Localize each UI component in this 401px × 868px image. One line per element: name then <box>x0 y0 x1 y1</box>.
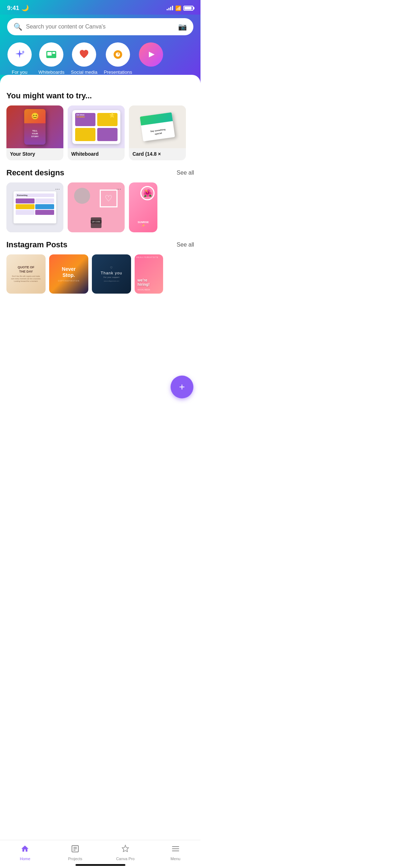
brainwriting-design[interactable]: Brainwriting ··· <box>6 182 63 232</box>
sidebar-item-social-media[interactable]: Social media <box>71 42 97 75</box>
categories-row: For you Whiteboards Social media <box>7 42 193 75</box>
social-media-label: Social media <box>71 69 97 75</box>
try-cards-row: 😊 TELLYOURSTORY Your Story <box>6 105 194 160</box>
pink-heart-design[interactable]: ♡ QR CODE ··· <box>68 182 125 232</box>
never-stop-subtext: COPYINSPIRATION <box>58 280 80 282</box>
never-stop-card[interactable]: Never Stop. COPYINSPIRATION <box>49 254 88 294</box>
instagram-cards-row: QUOTE OFTHE DAY Don't live life with reg… <box>6 254 194 301</box>
presentations-label: Presentations <box>104 69 132 75</box>
fab-icon: + <box>179 381 185 393</box>
sidebar-item-whiteboards[interactable]: Whiteboards <box>38 42 64 75</box>
greeting-card[interactable]: Say somethingspecial Card (14.8 × <box>129 105 186 160</box>
search-bar[interactable]: 🔍 📷 <box>7 18 193 35</box>
sidebar-item-presentations[interactable]: Presentations <box>104 42 132 75</box>
your-story-card[interactable]: 😊 TELLYOURSTORY Your Story <box>6 105 63 160</box>
search-input[interactable] <box>26 24 175 30</box>
pink-design-more-button[interactable]: ··· <box>116 186 121 192</box>
whiteboard-img: Get ideasFLOWING ⭐ <box>68 105 125 148</box>
create-fab[interactable]: + <box>171 376 193 398</box>
sparkle-icon <box>13 48 26 61</box>
hiring-site: REALLYGREATSITE <box>136 256 158 258</box>
pink-circle-decoration <box>74 188 90 204</box>
heart-icon <box>78 48 90 61</box>
greeting-card-label: Card (14.8 × <box>129 148 186 160</box>
main-content: You might want to try... 😊 TELLYOURSTORY <box>0 83 200 301</box>
your-story-img: 😊 TELLYOURSTORY <box>6 105 63 148</box>
quote-card[interactable]: QUOTE OFTHE DAY Don't live life with reg… <box>6 254 46 294</box>
video-icon-circle <box>139 42 163 67</box>
thank-you-heart: ♡ <box>110 266 113 269</box>
sidebar-item-for-you[interactable]: For you <box>7 42 32 75</box>
search-icon: 🔍 <box>14 22 22 31</box>
thank-you-card[interactable]: ♡ Thank you For your support www.reallyg… <box>92 254 131 294</box>
whiteboards-icon-circle <box>39 42 63 67</box>
svg-marker-5 <box>149 52 155 57</box>
try-section-title: You might want to try... <box>6 91 92 100</box>
svg-rect-1 <box>47 52 52 56</box>
never-stop-text: Never Stop. <box>62 266 76 278</box>
hiring-label: SOCIAL MEDIA <box>137 289 150 291</box>
moon-icon: 🌙 <box>21 4 29 12</box>
for-you-icon-circle <box>7 42 32 67</box>
video-icon <box>145 48 157 61</box>
thank-you-text: Thank you <box>101 271 122 275</box>
wifi-icon: 📶 <box>175 5 181 11</box>
presentations-icon-circle <box>106 42 130 67</box>
social-media-icon-circle <box>72 42 96 67</box>
recent-section-header: Recent designs See all <box>6 160 194 182</box>
whiteboard-card[interactable]: Get ideasFLOWING ⭐ Whiteboard <box>68 105 125 160</box>
quote-card-text: QUOTE OFTHE DAY <box>18 265 35 274</box>
time-display: 9:41 <box>7 5 19 12</box>
status-bar: 9:41 🌙 📶 <box>0 0 200 15</box>
battery-icon <box>183 6 193 11</box>
thank-you-url: www.reallygreatsite.com <box>104 280 119 282</box>
recent-cards-row: Brainwriting ··· <box>6 182 194 232</box>
recent-see-all[interactable]: See all <box>177 170 194 176</box>
hiring-card[interactable]: REALLYGREATSITE we'rehiring! SOCIAL MEDI… <box>135 254 163 294</box>
brainwriting-more-button[interactable]: ··· <box>55 186 60 192</box>
status-time: 9:41 🌙 <box>7 4 29 12</box>
third-design[interactable]: 🌺 SUNRISЕ✨ <box>129 182 157 232</box>
signal-icon <box>167 6 173 10</box>
sidebar-item-video[interactable] <box>139 42 163 75</box>
svg-rect-2 <box>52 52 55 54</box>
for-you-label: For you <box>12 69 27 75</box>
instagram-see-all[interactable]: See all <box>177 242 194 248</box>
camera-icon[interactable]: 📷 <box>178 22 187 31</box>
header-gradient: 🔍 📷 For you Whiteboards <box>0 15 200 75</box>
presentation-icon <box>111 48 124 61</box>
whiteboard-icon <box>45 48 58 61</box>
status-icons: 📶 <box>167 5 193 11</box>
your-story-label: Your Story <box>6 148 63 160</box>
greeting-card-img: Say somethingspecial <box>129 105 186 148</box>
bw-title: Brainwriting <box>16 193 54 197</box>
recent-section-title: Recent designs <box>6 168 64 177</box>
try-section-header: You might want to try... <box>6 83 194 105</box>
whiteboards-label: Whiteboards <box>38 69 64 75</box>
quote-card-subtext: Don't live life with regrets and makesur… <box>11 275 41 283</box>
whiteboard-label: Whiteboard <box>68 148 125 160</box>
instagram-section-header: Instagram Posts See all <box>6 232 194 254</box>
thank-you-sub: For your support <box>104 276 120 278</box>
instagram-section-title: Instagram Posts <box>6 240 67 249</box>
hiring-text: we'rehiring! <box>137 278 161 286</box>
